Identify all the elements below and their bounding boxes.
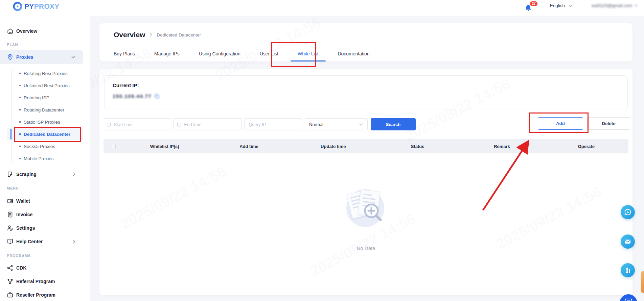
sidebar-item-referral-program[interactable]: Referral Program — [0, 276, 83, 287]
calendar-icon — [107, 122, 111, 127]
sidebar-section-programs: PROGRAMS — [7, 254, 31, 258]
svg-text:?: ? — [9, 240, 11, 243]
subitem-label: Rotating Resi Proxies — [24, 71, 68, 76]
tab-buy-plans[interactable]: Buy Plans — [114, 46, 135, 61]
sidebar-item-cdk[interactable]: CDK — [0, 262, 83, 273]
tab-using-configuration[interactable]: Using Configuration — [199, 46, 240, 61]
account-email: wa9110i@gmail.com — [592, 3, 632, 8]
active-subitem-indicator — [10, 129, 12, 140]
copy-icon[interactable] — [154, 94, 160, 99]
sidebar-item-scraping[interactable]: Scraping — [0, 169, 83, 180]
pyproxy-logo-icon — [12, 1, 23, 12]
bullet-icon — [19, 158, 21, 159]
chevron-down-icon — [634, 4, 638, 7]
column-header-add-time: Add time — [207, 144, 291, 149]
query-ip-input[interactable] — [249, 119, 298, 130]
breadcrumb: Overview Dedicated Datacenter — [114, 31, 201, 39]
subitem-label: Rotating Datacenter — [24, 107, 64, 112]
page-title: Overview — [114, 31, 145, 39]
tab-bar: Buy Plans Manage IPs Using Configuration… — [114, 46, 370, 61]
select-all-checkbox[interactable] — [111, 144, 116, 149]
status-select[interactable]: Normal — [305, 118, 368, 130]
column-header-whitelist-ip: Whitelist IP(s) — [122, 144, 207, 149]
email-contact-button[interactable] — [621, 234, 635, 249]
envelope-icon — [624, 237, 632, 246]
subitem-label: Rotating ISP — [24, 95, 49, 100]
start-time-input-wrap — [103, 118, 171, 130]
calendar-icon — [177, 122, 181, 127]
language-label: English — [550, 3, 565, 8]
sidebar-item-reseller-program[interactable]: Reseller Program — [0, 290, 83, 300]
sidebar-subitem-static-isp-proxies[interactable]: Static ISP Proxies — [14, 117, 81, 127]
chevron-down-icon — [359, 123, 363, 126]
delete-button[interactable]: Delete — [587, 117, 630, 130]
company-button[interactable] — [621, 263, 635, 277]
bullet-icon — [19, 85, 21, 86]
notification-bell-button[interactable]: 27 — [522, 2, 536, 14]
table-header-row: Whitelist IP(s) Add time Update time Sta… — [104, 139, 628, 153]
topbar: 27 English wa9110i@gmail.com — [90, 0, 644, 16]
tab-manage-ips[interactable]: Manage IPs — [154, 46, 180, 61]
language-selector[interactable]: English — [550, 3, 572, 8]
sidebar-item-proxies[interactable]: Proxies — [0, 50, 83, 64]
tab-white-list[interactable]: White List — [298, 46, 318, 61]
sidebar-item-label: Scraping — [16, 172, 37, 177]
status-select-value: Normal — [309, 122, 323, 127]
empty-state: No Data — [99, 187, 632, 251]
no-data-illustration — [345, 187, 387, 229]
account-settings-icon — [7, 225, 14, 231]
logo-text-secondary: PROXY — [34, 2, 60, 10]
tab-documentation[interactable]: Documentation — [338, 46, 369, 61]
sidebar-subitem-unlimited-resi-proxies[interactable]: Unlimited Resi Proxies — [14, 80, 81, 91]
sidebar: PYPROXY Overview PLAN Proxies Rotating R… — [0, 0, 90, 301]
current-ip-label: Current IP: — [113, 82, 139, 88]
chevron-right-icon — [73, 240, 75, 244]
bullet-icon — [19, 146, 21, 147]
building-icon — [624, 267, 631, 274]
side-widget-tab[interactable] — [641, 271, 644, 293]
column-header-status: Status — [375, 144, 460, 149]
sidebar-item-label: Proxies — [16, 54, 33, 60]
page-header-card: Overview Dedicated Datacenter Buy Plans … — [99, 23, 632, 61]
subitem-label: Unlimited Resi Proxies — [24, 83, 70, 88]
brand-logo[interactable]: PYPROXY — [12, 1, 60, 12]
help-icon: ? — [7, 238, 14, 245]
magnifier-plus-icon — [363, 202, 384, 224]
location-pin-icon — [7, 54, 14, 60]
sidebar-subitem-rotating-isp[interactable]: Rotating ISP — [14, 93, 81, 103]
whatsapp-button[interactable] — [621, 205, 635, 219]
home-icon — [7, 28, 14, 34]
sidebar-item-label: Referral Program — [16, 279, 55, 284]
sidebar-item-help-center[interactable]: ? Help Center — [0, 236, 83, 247]
sidebar-item-label: Reseller Program — [16, 292, 55, 298]
breadcrumb-current: Dedicated Datacenter — [157, 32, 201, 37]
account-menu[interactable]: wa9110i@gmail.com — [592, 3, 638, 8]
start-time-input[interactable] — [114, 119, 167, 130]
sidebar-item-settings[interactable]: Settings — [0, 223, 83, 233]
sidebar-item-label: Settings — [16, 225, 35, 231]
tree-line — [11, 69, 12, 163]
breadcrumb-chevron-icon — [150, 33, 152, 37]
end-time-input-wrap — [173, 118, 242, 130]
subitem-label: Static ISP Proxies — [24, 120, 60, 125]
tab-user-list[interactable]: User List — [260, 46, 278, 61]
sidebar-subitem-rotating-resi-proxies[interactable]: Rotating Resi Proxies — [14, 68, 81, 78]
whatsapp-icon — [624, 208, 632, 216]
sidebar-subitem-rotating-datacenter[interactable]: Rotating Datacenter — [14, 105, 81, 115]
whitelist-panel: Current IP: 150.109.44.77 Normal Se — [99, 69, 632, 295]
chevron-down-icon — [568, 4, 572, 7]
sidebar-item-invoice[interactable]: Invoice — [0, 209, 83, 220]
bullet-icon — [19, 133, 21, 135]
sidebar-subitem-dedicated-datacenter[interactable]: Dedicated Datacenter — [14, 129, 81, 139]
sidebar-subitem-mobile-proxies[interactable]: Mobile Proxies — [14, 153, 81, 164]
sidebar-item-wallet[interactable]: Wallet — [0, 196, 83, 206]
add-button[interactable]: Add — [538, 117, 583, 130]
sidebar-subitem-socks5-proxies[interactable]: Socks5 Proxies — [14, 141, 81, 151]
search-button[interactable]: Search — [371, 118, 416, 130]
sidebar-item-overview[interactable]: Overview — [0, 26, 83, 36]
subitem-label: Mobile Proxies — [24, 156, 54, 161]
end-time-input[interactable] — [184, 119, 238, 130]
column-header-update-time: Update time — [291, 144, 375, 149]
sidebar-item-label: Invoice — [16, 212, 32, 217]
chat-icon — [624, 298, 633, 301]
